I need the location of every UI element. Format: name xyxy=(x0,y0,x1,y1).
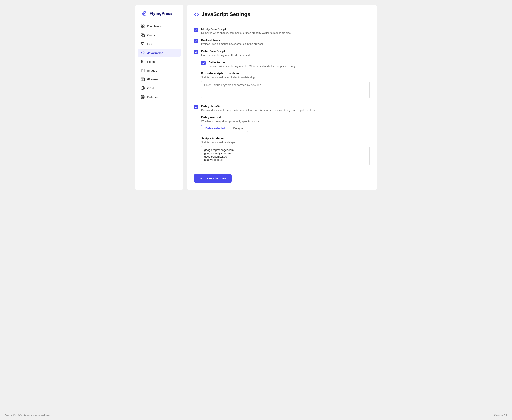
defer-inline-desc: Execute inline scripts only after HTML i… xyxy=(209,65,295,68)
image-icon xyxy=(141,68,145,72)
database-icon xyxy=(141,95,145,99)
check-icon xyxy=(195,28,198,31)
defer-js-desc: Execute scripts only after HTML is parse… xyxy=(201,53,249,57)
minify-js-row: Minify JavaScript Removes white spaces, … xyxy=(194,27,370,34)
preload-links-checkbox[interactable] xyxy=(194,39,198,43)
delay-method-section: Delay method Whether to delay all script… xyxy=(201,116,370,132)
svg-point-12 xyxy=(141,95,144,96)
scripts-to-delay-desc: Scripts that should be delayed xyxy=(201,141,370,144)
defer-js-checkbox[interactable] xyxy=(194,50,198,54)
delay-method-desc: Whether to delay all scripts or only spe… xyxy=(201,120,370,123)
save-changes-button[interactable]: Save changes xyxy=(194,174,232,183)
check-icon xyxy=(195,105,198,108)
version-text: Version 6.2 xyxy=(494,414,507,417)
copy-icon xyxy=(141,33,145,37)
defer-js-content: Defer JavaScript Execute scripts only af… xyxy=(201,50,249,57)
sidebar-item-dashboard[interactable]: Dashboard xyxy=(138,22,181,30)
footer-text: Danke für dein Vertrauen in WordPress. xyxy=(5,414,51,417)
exclude-scripts-textarea[interactable] xyxy=(201,81,370,99)
defer-js-label: Defer JavaScript xyxy=(201,50,249,53)
delay-js-label: Delay JavaScript xyxy=(201,105,315,108)
sidebar-item-css[interactable]: CSS xyxy=(138,40,181,48)
defer-js-row: Defer JavaScript Execute scripts only af… xyxy=(194,50,370,57)
exclude-scripts-label: Exclude scripts from defer xyxy=(201,72,370,75)
grid-icon xyxy=(141,24,145,28)
svg-rect-2 xyxy=(141,27,143,28)
delay-js-row: Delay JavaScript Download & execute scri… xyxy=(194,105,370,112)
sidebar-label-fonts: Fonts xyxy=(147,60,155,63)
minify-js-label: Minify JavaScript xyxy=(201,27,291,31)
preload-links-desc: Preload links on mouse hover or touch in… xyxy=(201,42,263,45)
globe-icon xyxy=(141,86,145,90)
defer-inline-content: Defer inline Execute inline scripts only… xyxy=(209,60,295,68)
sidebar-item-database[interactable]: Database xyxy=(138,93,181,101)
sidebar-item-images[interactable]: Images xyxy=(138,66,181,75)
save-changes-label: Save changes xyxy=(204,177,226,180)
delay-selected-btn[interactable]: Delay selected xyxy=(201,125,229,132)
sidebar-label-cache: Cache xyxy=(147,33,156,37)
sidebar-label-database: Database xyxy=(147,95,160,99)
footer: Danke für dein Vertrauen in WordPress. V… xyxy=(0,411,512,420)
css-icon xyxy=(141,42,145,46)
preload-links-label: Preload links xyxy=(201,38,263,42)
sidebar-item-fonts[interactable]: Fonts xyxy=(138,58,181,66)
sidebar-label-javascript: JavaScript xyxy=(147,51,163,54)
font-icon xyxy=(141,60,145,64)
delay-js-checkbox[interactable] xyxy=(194,105,198,109)
svg-rect-4 xyxy=(142,35,145,37)
svg-rect-0 xyxy=(141,25,143,26)
check-icon xyxy=(195,51,198,53)
page-header-icon xyxy=(194,12,199,17)
exclude-scripts-desc: Scripts that should be excluded from def… xyxy=(201,76,370,79)
delay-method-label: Delay method xyxy=(201,116,370,119)
preload-links-content: Preload links Preload links on mouse hov… xyxy=(201,38,263,45)
defer-inline-checkbox[interactable] xyxy=(201,61,206,65)
logo-area: FlyingPress xyxy=(138,10,181,21)
sidebar-item-cdn[interactable]: CDN xyxy=(138,84,181,92)
delay-js-desc: Download & execute scripts after user in… xyxy=(201,109,315,112)
check-icon xyxy=(195,39,198,42)
minify-js-content: Minify JavaScript Removes white spaces, … xyxy=(201,27,291,34)
app-name: FlyingPress xyxy=(150,11,172,16)
minify-js-checkbox[interactable] xyxy=(194,28,198,32)
delay-js-content: Delay JavaScript Download & execute scri… xyxy=(201,105,315,112)
sidebar: FlyingPress Dashboard Cache CSS xyxy=(135,5,184,190)
svg-rect-7 xyxy=(141,78,145,81)
sidebar-label-iframes: iFrames xyxy=(147,78,158,81)
minify-js-desc: Removes white spaces, comments, crunch p… xyxy=(201,31,291,34)
sidebar-label-css: CSS xyxy=(147,42,154,46)
exclude-scripts-section: Exclude scripts from defer Scripts that … xyxy=(201,72,370,100)
page-title: JavaScript Settings xyxy=(202,11,250,17)
sidebar-item-iframes[interactable]: iFrames xyxy=(138,75,181,83)
code-icon xyxy=(141,51,145,55)
preload-links-row: Preload links Preload links on mouse hov… xyxy=(194,38,370,45)
sidebar-label-images: Images xyxy=(147,69,157,72)
scripts-to-delay-label: Scripts to delay xyxy=(201,137,370,140)
main-content: JavaScript Settings Minify JavaScript Re… xyxy=(187,5,377,190)
svg-rect-3 xyxy=(143,27,144,28)
delay-method-toggle-group: Delay selected Delay all xyxy=(201,125,370,132)
sidebar-label-dashboard: Dashboard xyxy=(147,24,162,28)
checkmark-icon xyxy=(200,177,203,180)
logo-icon xyxy=(140,10,148,17)
check-icon xyxy=(202,61,205,64)
svg-point-6 xyxy=(142,70,143,70)
delay-all-btn[interactable]: Delay all xyxy=(229,125,248,132)
sidebar-item-javascript[interactable]: JavaScript xyxy=(138,49,181,57)
sidebar-item-cache[interactable]: Cache xyxy=(138,31,181,39)
iframes-icon xyxy=(141,77,145,81)
defer-inline-row: Defer inline Execute inline scripts only… xyxy=(201,60,370,68)
page-header: JavaScript Settings xyxy=(194,11,370,22)
scripts-to-delay-textarea[interactable]: googletagmanager.com google-analytics.co… xyxy=(201,146,370,166)
scripts-to-delay-section: Scripts to delay Scripts that should be … xyxy=(201,137,370,167)
defer-inline-label: Defer inline xyxy=(209,60,295,64)
svg-rect-1 xyxy=(143,25,144,26)
app-layout: FlyingPress Dashboard Cache CSS xyxy=(135,5,377,190)
sidebar-label-cdn: CDN xyxy=(147,87,154,90)
